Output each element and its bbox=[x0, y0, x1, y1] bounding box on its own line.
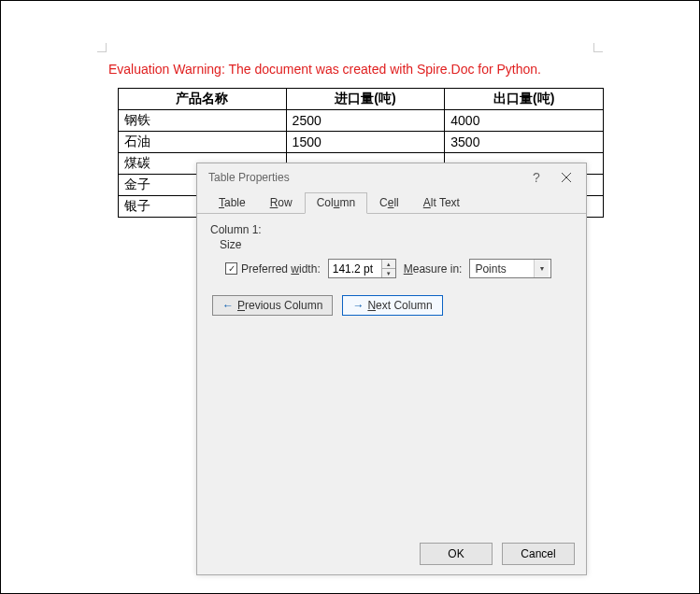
table-cell[interactable]: 石油 bbox=[119, 132, 287, 153]
evaluation-warning: Evaluation Warning: The document was cre… bbox=[108, 62, 541, 77]
tab-row[interactable]: Row bbox=[258, 192, 305, 214]
dialog-titlebar[interactable]: Table Properties ? bbox=[197, 163, 586, 191]
table-cell[interactable]: 4000 bbox=[445, 110, 604, 132]
table-properties-dialog: Table Properties ? Table Row Column Cell… bbox=[196, 163, 587, 575]
help-button[interactable]: ? bbox=[522, 170, 550, 185]
tab-table[interactable]: Table bbox=[207, 192, 258, 214]
checkbox-icon: ✓ bbox=[225, 262, 237, 275]
column-tabpanel: Column 1: Size ✓ Preferred width: ▲ ▼ Me… bbox=[197, 214, 586, 533]
size-label: Size bbox=[220, 238, 573, 251]
previous-column-button[interactable]: ← Previous Column bbox=[212, 295, 333, 316]
table-header[interactable]: 出口量(吨) bbox=[445, 89, 604, 110]
dialog-title: Table Properties bbox=[208, 171, 522, 184]
table-cell[interactable]: 1500 bbox=[286, 132, 445, 153]
table-header[interactable]: 进口量(吨) bbox=[286, 89, 445, 110]
preferred-width-label: Preferred width: bbox=[241, 262, 321, 276]
crop-mark-top-left bbox=[97, 43, 107, 52]
close-button[interactable] bbox=[550, 170, 582, 185]
crop-mark-top-right bbox=[593, 43, 603, 52]
table-cell[interactable]: 钢铁 bbox=[119, 110, 287, 132]
preferred-width-field[interactable] bbox=[329, 260, 381, 277]
close-icon bbox=[562, 173, 571, 182]
table-header[interactable]: 产品名称 bbox=[119, 89, 287, 110]
dialog-tabs: Table Row Column Cell Alt Text bbox=[197, 191, 586, 214]
tab-column[interactable]: Column bbox=[305, 192, 367, 214]
cancel-button[interactable]: Cancel bbox=[502, 543, 575, 565]
table-cell[interactable]: 3500 bbox=[445, 132, 604, 153]
column-heading: Column 1: bbox=[210, 223, 573, 236]
measure-in-value: Points bbox=[475, 262, 506, 276]
table-cell[interactable]: 2500 bbox=[286, 110, 445, 132]
measure-in-select[interactable]: Points ▼ bbox=[469, 259, 551, 278]
ok-button[interactable]: OK bbox=[420, 543, 493, 565]
column-nav-buttons: ← Previous Column → Next Column bbox=[212, 295, 573, 316]
spinner-up-icon[interactable]: ▲ bbox=[382, 260, 395, 269]
next-column-button[interactable]: → Next Column bbox=[342, 295, 442, 316]
dialog-footer: OK Cancel bbox=[197, 533, 586, 574]
tab-alt-text[interactable]: Alt Text bbox=[411, 192, 472, 214]
preferred-width-row: ✓ Preferred width: ▲ ▼ Measure in: Point… bbox=[225, 259, 573, 278]
spinner-down-icon[interactable]: ▼ bbox=[382, 269, 395, 277]
chevron-down-icon: ▼ bbox=[534, 260, 549, 277]
measure-in-label: Measure in: bbox=[404, 262, 463, 276]
arrow-right-icon: → bbox=[352, 300, 364, 311]
table-header-row: 产品名称 进口量(吨) 出口量(吨) bbox=[119, 89, 604, 110]
arrow-left-icon: ← bbox=[222, 300, 234, 311]
preferred-width-checkbox[interactable]: ✓ Preferred width: bbox=[225, 262, 321, 276]
table-row: 钢铁 2500 4000 bbox=[119, 110, 604, 132]
document-page: Evaluation Warning: The document was cre… bbox=[15, 15, 685, 579]
table-row: 石油 1500 3500 bbox=[119, 132, 604, 153]
tab-cell[interactable]: Cell bbox=[367, 192, 411, 214]
width-spinner[interactable]: ▲ ▼ bbox=[381, 260, 395, 277]
preferred-width-input[interactable]: ▲ ▼ bbox=[328, 259, 396, 278]
